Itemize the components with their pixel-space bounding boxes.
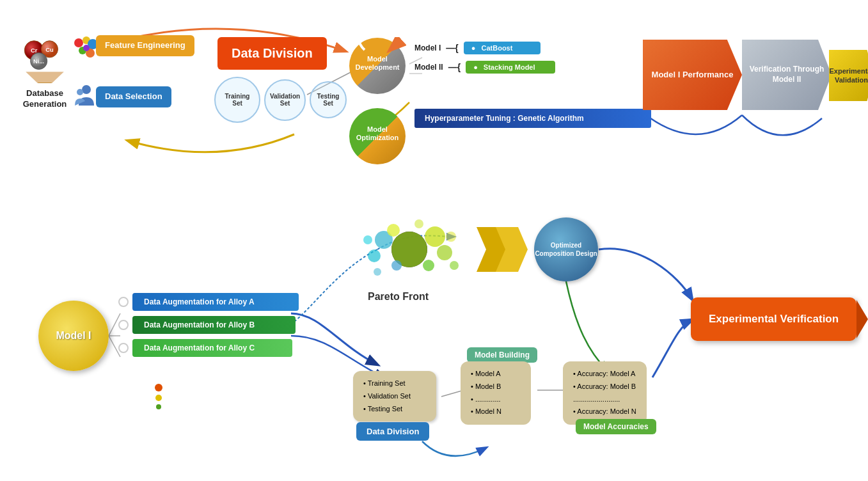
model-building-text: Model Building [475, 351, 530, 359]
training-set-item: • Training Set [363, 377, 426, 390]
model-ii-row: Model II —{ ● Stacking Model [414, 61, 555, 74]
svg-marker-15 [26, 72, 64, 83]
acc-b-item: • Accuracy: Model B [573, 381, 636, 393]
pareto-area [345, 205, 473, 294]
model-perf-shape: Model I Performance [643, 40, 742, 110]
dot-green [156, 404, 161, 409]
svg-point-39 [374, 268, 381, 276]
balls-icon [74, 35, 99, 61]
svg-point-36 [446, 232, 456, 242]
validation-line1: Validation [270, 93, 300, 100]
chevrons [477, 227, 528, 274]
data-div-bottom-label: Data Division [356, 422, 429, 441]
catboost-label: CatBoost [482, 44, 513, 52]
testing-oval: Testing Set [310, 81, 347, 118]
diagram: Cr Cu Ni... Database Generation Feature … [0, 0, 868, 481]
stacking-tag: ● Stacking Model [466, 61, 555, 74]
pareto-label: Pareto Front [368, 291, 429, 303]
stacking-label: Stacking Model [484, 63, 535, 71]
dot-yellow [155, 395, 162, 401]
exp-verif-box: Experimental Verification [691, 297, 856, 341]
model-labels: Model I —{ ● CatBoost Model II —{ ● Stac… [414, 42, 555, 80]
model-dots-item: • ............. [471, 393, 521, 406]
svg-rect-16 [38, 83, 52, 83]
validation-line2: Set [280, 100, 290, 107]
testing-set-item: • Testing Set [363, 403, 426, 416]
model-i-row: Model I —{ ● CatBoost [414, 42, 555, 54]
data-div-bottom-text: Data Division [367, 427, 419, 436]
validation-oval: Validation Set [264, 79, 306, 121]
svg-point-30 [437, 245, 452, 260]
verif-label: Verification Through Model II [742, 65, 832, 84]
data-sel-icon [74, 83, 99, 109]
training-oval: Training Set [214, 77, 260, 123]
svg-point-24 [77, 89, 83, 95]
svg-point-37 [363, 235, 372, 244]
aug-b-label: Data Augmentation for Alloy B [144, 320, 255, 329]
funnel-icon: Cr Cu Ni... [19, 38, 70, 83]
opt-comp-label: Optimized Composition Design [534, 241, 598, 258]
model-i-bottom-label: Model I [56, 330, 91, 342]
verif-shape: Verification Through Model II [742, 40, 832, 110]
svg-point-35 [391, 260, 402, 271]
model-b-item: • Model B [471, 381, 521, 393]
model-opt-circle: Model Optimization [349, 107, 406, 165]
acc-n-item: • Accuracy: Model N [573, 406, 636, 418]
aug-bar-b: Data Augmentation for Alloy B [118, 316, 299, 334]
aug-dots [155, 384, 162, 409]
svg-point-33 [387, 224, 400, 237]
aug-bar-c: Data Augmentation for Alloy C [118, 339, 299, 357]
aug-circle-c [118, 343, 129, 353]
acc-dots-item: ........................ [573, 393, 636, 406]
aug-rect-b: Data Augmentation for Alloy B [132, 316, 296, 334]
catboost-tag: ● CatBoost [464, 42, 541, 54]
svg-point-29 [425, 226, 445, 247]
model-n-item: • Model N [471, 406, 521, 418]
exp-val-arrow: Experimental Validation [829, 50, 868, 101]
hyperparam-label: Hyperparameter Tuning : Genetic Algorith… [425, 114, 584, 123]
opt-comp-circle: Optimized Composition Design [534, 217, 598, 281]
model-i-bottom-circle: Model I [38, 301, 109, 371]
svg-text:Ni...: Ni... [33, 58, 44, 65]
svg-point-32 [368, 249, 381, 262]
verif-arrow: Verification Through Model II [742, 40, 832, 110]
svg-point-40 [414, 219, 423, 228]
aug-bars: Data Augmentation for Alloy A Data Augme… [118, 293, 299, 362]
aug-rect-a: Data Augmentation for Alloy A [132, 293, 299, 311]
aug-c-label: Data Augmentation for Alloy C [144, 343, 255, 352]
model-acc-text: Model Accuracies [583, 422, 649, 431]
bottom-div-box: • Training Set • Validation Set • Testin… [353, 371, 436, 422]
training-line2: Set [232, 100, 242, 107]
model-opt-label: Model Optimization [349, 125, 406, 142]
model-building-box: • Model A • Model B • ............. • Mo… [461, 361, 531, 425]
svg-text:Cu: Cu [45, 47, 54, 53]
model-dev-circle: Model Development [349, 37, 406, 95]
model-acc-label: Model Accuracies [576, 419, 656, 434]
aug-bar-a: Data Augmentation for Alloy A [118, 293, 299, 311]
testing-line1: Testing [317, 93, 340, 100]
aug-a-label: Data Augmentation for Alloy A [144, 297, 255, 306]
oval-group: Training Set Validation Set Testing Set [214, 77, 347, 123]
dot-orange [155, 384, 162, 391]
svg-point-34 [423, 260, 434, 271]
accuracy-box: • Accuracy: Model A • Accuracy: Model B … [563, 361, 647, 425]
feat-eng-label: Feature Engineering [105, 40, 185, 50]
exp-val-shape: Experimental Validation [829, 50, 868, 101]
data-sel-label: Data Selection [105, 91, 162, 101]
data-div-top-label: Data Division [232, 46, 313, 60]
acc-a-item: • Accuracy: Model A [573, 368, 636, 381]
hyperparam-bar: Hyperparameter Tuning : Genetic Algorith… [414, 109, 651, 128]
feat-eng-box: Feature Engineering [96, 35, 194, 56]
model-ii-text: Model II [414, 63, 443, 72]
model-building-label: Model Building [467, 347, 537, 363]
db-generation-section: Cr Cu Ni... Database Generation [6, 38, 83, 110]
svg-point-38 [450, 261, 459, 270]
model-a-item: • Model A [471, 368, 521, 381]
model-perf-arrow: Model I Performance [643, 40, 742, 110]
svg-point-22 [83, 45, 90, 51]
data-div-top-box: Data Division [217, 37, 327, 70]
db-gen-label: Database Generation [6, 88, 83, 110]
exp-verif-label: Experimental Verification [709, 313, 839, 325]
aug-circle-b [118, 320, 129, 330]
training-line1: Training [225, 93, 250, 100]
